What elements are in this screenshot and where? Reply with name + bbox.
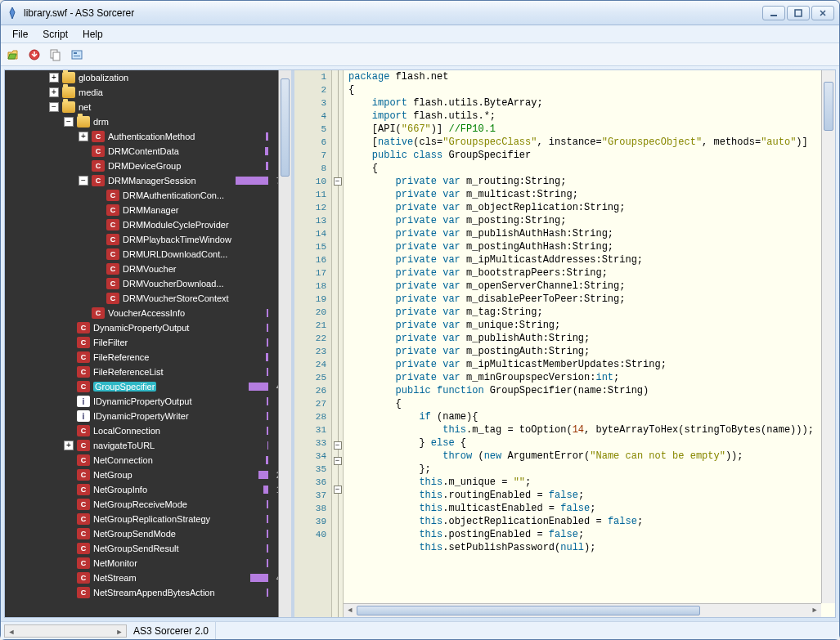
package-tree[interactable]: +globalization+media−net−drm+CAuthentica… [5,70,291,617]
size-bar [258,471,268,479]
tree-item[interactable]: −CDRMManagerSession79 [5,173,291,188]
fold-toggle[interactable]: − [334,177,342,186]
expand-toggle[interactable]: − [64,117,74,127]
tree-item[interactable]: CDRMVoucher [5,262,291,276]
tree-item[interactable]: CFileReferenceList3 [5,365,291,379]
size-bar [267,309,268,317]
code-vscrollbar[interactable] [821,70,835,603]
tree-item-label: NetStream [93,573,137,583]
expand-toggle[interactable]: + [79,132,88,141]
size-bar [267,338,268,347]
class-icon: C [77,337,90,348]
tree-item[interactable]: CNetGroupReceiveMode3 [5,497,291,512]
size-bar [267,589,268,597]
tree-item[interactable]: CNetGroup23 [5,468,291,482]
scroll-right-icon[interactable]: ► [808,604,821,617]
tree-item[interactable]: −net [5,100,291,114]
tree-item[interactable]: CNetStreamAppendBytesAction3 [5,585,291,600]
tree-item[interactable]: CDRMModuleCycleProvider [5,217,291,232]
expand-toggle[interactable]: + [64,441,74,450]
close-button[interactable] [811,6,834,20]
size-bar [266,162,268,170]
fold-toggle[interactable]: − [334,457,342,465]
class-icon: C [106,219,119,230]
status-hscroll[interactable]: ◄ ► [4,624,127,638]
class-icon: C [77,587,90,598]
export-icon[interactable] [25,46,43,64]
tree-item[interactable]: CFileFilter3 [5,335,291,350]
line-number: 34 [294,450,326,463]
expand-toggle [64,529,74,539]
tree-item[interactable]: CNetStream41 [5,571,291,585]
copy-icon[interactable] [47,46,65,64]
code-vscroll-thumb[interactable] [824,82,833,131]
tree-item[interactable]: +CnavigateToURL1 [5,438,291,453]
scroll-left-icon[interactable]: ◄ [344,604,357,617]
tree-item[interactable]: +media [5,85,291,100]
tree-item[interactable]: CDRMPlaybackTimeWindow [5,232,291,247]
code-hscroll-thumb[interactable] [357,606,700,615]
tree-item[interactable]: CLocalConnection4 [5,423,291,438]
expand-toggle[interactable]: − [79,176,88,186]
content-area: +globalization+media−net−drm+CAuthentica… [4,69,836,618]
code-line: this.objectReplicationEnabled = false; [348,515,835,528]
tree-item[interactable]: +CAuthenticationMethod7 [5,129,291,144]
tree-item[interactable]: CDynamicPropertyOutput3 [5,320,291,335]
tree-scrollbar[interactable] [278,70,291,617]
tree-item[interactable]: CDRMVoucherDownload... [5,276,291,291]
tree-item[interactable]: CDRMURLDownloadCont... [5,247,291,262]
expand-toggle[interactable]: + [49,87,59,97]
tree-item[interactable]: CDRMManager [5,203,291,217]
scroll-right-icon[interactable]: ► [113,625,126,638]
menu-help[interactable]: Help [76,27,110,42]
expand-toggle [64,470,74,480]
class-icon: C [77,425,90,436]
tree-item[interactable]: +globalization [5,70,291,85]
tree-item[interactable]: iIDynamicPropertyOutput2 [5,394,291,409]
open-file-icon[interactable] [4,46,22,64]
window-title: library.swf - AS3 Sorcerer [24,7,762,19]
tree-item[interactable]: CDRMDeviceGroup7 [5,159,291,173]
folder-icon [77,116,90,128]
code-editor[interactable]: package flash.net{ import flash.utils.By… [344,70,835,617]
tree-item[interactable]: CNetGroupReplicationStrategy3 [5,512,291,526]
class-icon: C [77,469,90,481]
class-icon: C [77,381,90,392]
options-icon[interactable] [68,46,86,64]
tree-item[interactable]: CNetGroupSendMode3 [5,526,291,541]
line-number: 38 [294,502,326,515]
fold-toggle[interactable]: − [334,486,342,494]
code-hscrollbar[interactable]: ◄ ► [344,603,821,617]
expand-toggle[interactable]: − [49,102,59,112]
tree-item[interactable]: CDRMAuthenticationCon... [5,188,291,203]
tree-item[interactable]: CNetGroupSendResult3 [5,541,291,556]
tree-item[interactable]: CNetConnection6 [5,453,291,468]
line-number: 31 [294,423,326,436]
expand-toggle[interactable]: + [49,73,59,83]
maximize-button[interactable] [787,6,810,20]
tree-item[interactable]: CVoucherAccessInfo3 [5,306,291,320]
titlebar[interactable]: library.swf - AS3 Sorcerer [1,1,839,25]
line-number: 23 [294,345,326,358]
tree-item[interactable]: −drm [5,114,291,129]
tree-item-label: navigateToURL [93,441,155,450]
tree-item[interactable]: iIDynamicPropertyWriter2 [5,409,291,423]
tree-item[interactable]: CDRMVoucherStoreContext [5,291,291,306]
menu-script[interactable]: Script [36,27,74,42]
minimize-button[interactable] [762,6,785,20]
tree-scroll-thumb[interactable] [281,78,290,177]
tree-item[interactable]: CGroupSpecifier46 [5,379,291,394]
code-line: private var m_publishAuth:String; [348,332,835,345]
tree-item[interactable]: CNetMonitor3 [5,556,291,571]
scroll-left-icon[interactable]: ◄ [5,625,18,638]
fold-column[interactable]: −−−− [332,70,344,617]
fold-toggle[interactable]: − [334,441,342,450]
class-icon: C [92,145,105,157]
tree-item[interactable]: CDRMContentData8 [5,144,291,159]
size-bar [267,559,268,567]
tree-item-label: NetStreamAppendBytesAction [93,588,215,597]
menu-file[interactable]: File [6,27,34,42]
tree-item[interactable]: CNetGroupInfo12 [5,482,291,497]
code-line: private var m_objectReplication:String; [348,201,835,214]
tree-item[interactable]: CFileReference5 [5,350,291,365]
